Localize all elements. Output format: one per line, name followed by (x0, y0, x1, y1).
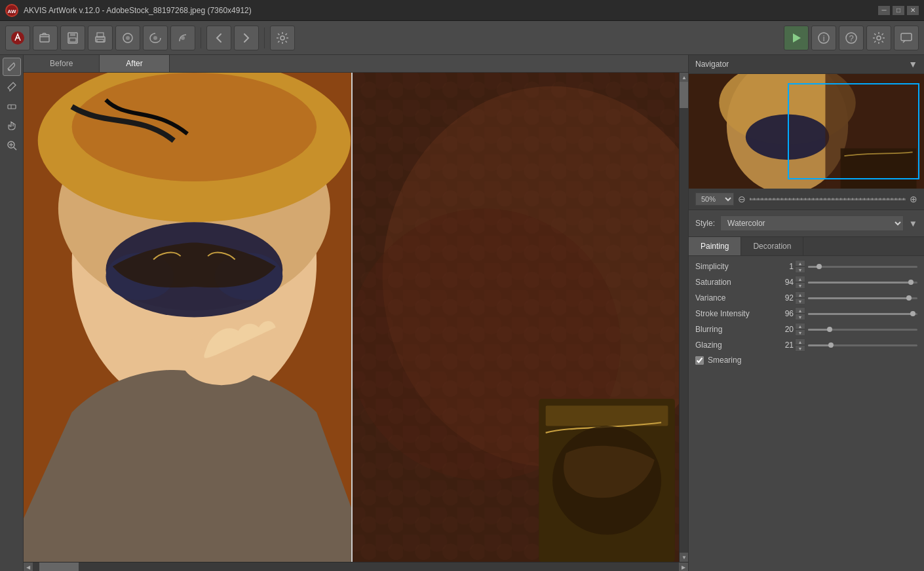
canvas-viewport[interactable] (24, 73, 679, 562)
navigator-viewport-box[interactable] (788, 83, 919, 179)
simplicity-spinner: ▲ ▼ (795, 260, 805, 273)
stroke-intensity-thumb[interactable] (910, 311, 915, 316)
brush-tool[interactable] (3, 77, 21, 96)
stroke-intensity-spinner: ▲ ▼ (795, 307, 805, 320)
glazing-down[interactable]: ▼ (795, 345, 805, 352)
save-file-button[interactable] (60, 26, 85, 50)
forward-button[interactable] (234, 26, 259, 50)
svg-point-12 (153, 36, 157, 40)
saturation-thumb[interactable] (908, 280, 914, 285)
blurring-slider[interactable] (808, 329, 917, 331)
zoom-out-btn[interactable]: ⊖ (738, 194, 746, 204)
style-row: Style: Watercolor Oil Pencil Sketch ▼ (689, 210, 924, 237)
info-button[interactable]: i (811, 26, 836, 50)
scroll-up-btn[interactable]: ▲ (680, 73, 688, 82)
back-button[interactable] (206, 26, 231, 50)
stroke-intensity-slider-container[interactable] (808, 309, 917, 318)
simplicity-slider[interactable] (808, 266, 917, 268)
navigator-preview[interactable] (689, 74, 924, 189)
navigator-collapse-btn[interactable]: ▼ (908, 59, 917, 69)
split-divider[interactable] (351, 73, 353, 562)
simplicity-thumb[interactable] (817, 264, 822, 269)
params-area: Simplicity 1 ▲ ▼ Saturation 94 (689, 256, 924, 571)
window-title: AKVIS ArtWork v.12.0 - AdobeStock_881972… (24, 6, 878, 15)
glazing-up[interactable]: ▲ (795, 339, 805, 345)
simplicity-slider-container[interactable] (808, 262, 917, 271)
glazing-slider-container[interactable] (808, 341, 917, 350)
navigator-title: Navigator (695, 60, 729, 69)
toolbar: i ? (0, 21, 924, 55)
stroke-intensity-label: Stroke Intensity (695, 309, 767, 318)
stroke-intensity-value: 96 (767, 309, 794, 318)
stroke-intensity-down[interactable]: ▼ (795, 314, 805, 320)
eraser-tool[interactable] (3, 97, 21, 115)
stroke-intensity-slider[interactable] (808, 313, 917, 315)
close-button[interactable]: ✕ (907, 6, 919, 15)
zoom-selector[interactable]: 50% 25% 75% 100% (695, 193, 734, 206)
variance-thumb[interactable] (906, 295, 912, 301)
restore-button[interactable]: □ (893, 6, 904, 15)
tab-before[interactable]: Before (24, 55, 100, 72)
svg-point-22 (8, 69, 10, 71)
tab-painting[interactable]: Painting (689, 237, 741, 255)
variance-slider[interactable] (808, 297, 917, 299)
variance-down[interactable]: ▼ (795, 298, 805, 304)
open-file-button[interactable] (33, 26, 58, 50)
saturation-slider-container[interactable] (808, 278, 917, 287)
glazing-slider[interactable] (808, 344, 917, 346)
zoom-tool[interactable] (3, 136, 21, 155)
smearing-checkbox[interactable] (695, 356, 704, 365)
scroll-track-h[interactable] (33, 562, 679, 571)
svg-rect-43 (546, 405, 668, 426)
scroll-thumb-h[interactable] (39, 562, 79, 571)
tool2-button[interactable] (143, 26, 168, 50)
blurring-thumb[interactable] (827, 327, 832, 332)
simplicity-up[interactable]: ▲ (795, 260, 805, 267)
title-bar: AW AKVIS ArtWork v.12.0 - AdobeStock_881… (0, 0, 924, 21)
style-dropdown-btn[interactable]: ▼ (909, 219, 917, 229)
variance-label: Variance (695, 293, 767, 303)
scroll-left-btn[interactable]: ◀ (24, 562, 33, 571)
blurring-slider-container[interactable] (808, 325, 917, 334)
svg-text:AW: AW (8, 9, 16, 14)
simplicity-down[interactable]: ▼ (795, 267, 805, 273)
glazing-thumb[interactable] (828, 342, 834, 348)
toolbar-separator-2 (264, 28, 265, 48)
smearing-label[interactable]: Smearing (708, 356, 741, 365)
saturation-down[interactable]: ▼ (795, 282, 805, 289)
scroll-thumb-v[interactable] (680, 82, 688, 108)
stroke-intensity-up[interactable]: ▲ (795, 307, 805, 314)
print-button[interactable] (88, 26, 113, 50)
settings-button[interactable] (270, 26, 295, 50)
tool1-button[interactable] (115, 26, 140, 50)
blurring-down[interactable]: ▼ (795, 329, 805, 336)
blurring-up[interactable]: ▲ (795, 323, 805, 329)
tool3-button[interactable] (170, 26, 195, 50)
logo-btn[interactable] (5, 26, 30, 50)
help-button[interactable]: ? (839, 26, 864, 50)
preferences-button[interactable] (866, 26, 891, 50)
vertical-scrollbar[interactable]: ▲ ▼ (679, 73, 688, 562)
scroll-track-v[interactable] (680, 82, 688, 553)
variance-up[interactable]: ▲ (795, 291, 805, 298)
hand-tool[interactable] (3, 117, 21, 135)
style-selector[interactable]: Watercolor Oil Pencil Sketch (720, 215, 904, 231)
tab-after[interactable]: After (100, 55, 169, 72)
stroke-intensity-fill (808, 313, 913, 315)
scroll-right-btn[interactable]: ▶ (679, 562, 688, 571)
param-variance-row: Variance 92 ▲ ▼ (695, 291, 917, 304)
minimize-button[interactable]: ─ (878, 6, 890, 15)
saturation-slider[interactable] (808, 282, 917, 284)
dropper-tool[interactable] (3, 58, 21, 76)
scroll-down-btn[interactable]: ▼ (680, 553, 688, 562)
zoom-in-btn[interactable]: ⊕ (910, 194, 917, 204)
variance-slider-container[interactable] (808, 293, 917, 303)
chat-button[interactable] (894, 26, 919, 50)
blurring-fill (808, 329, 830, 331)
canvas-image (24, 73, 679, 562)
saturation-up[interactable]: ▲ (795, 276, 805, 282)
horizontal-scrollbar[interactable]: ◀ ▶ (24, 562, 688, 571)
zoom-slider[interactable] (750, 198, 906, 200)
run-button[interactable] (784, 26, 809, 50)
tab-decoration[interactable]: Decoration (741, 237, 803, 255)
